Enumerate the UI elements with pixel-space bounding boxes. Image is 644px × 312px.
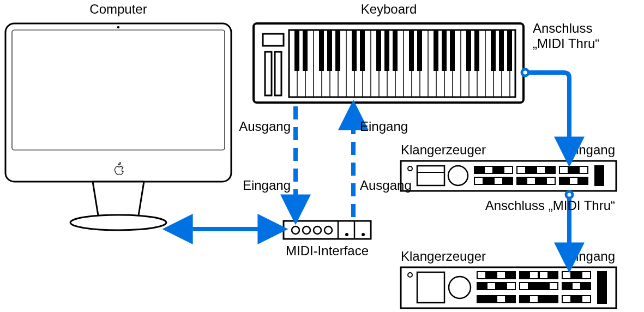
svg-rect-100: [537, 177, 545, 184]
svg-rect-54: [499, 30, 504, 71]
svg-rect-0: [5, 23, 231, 182]
svg-rect-144: [549, 272, 558, 279]
svg-rect-126: [549, 283, 558, 290]
svg-rect-149: [539, 283, 548, 290]
svg-rect-5: [263, 34, 284, 46]
svg-rect-102: [579, 177, 588, 184]
svg-rect-159: [597, 271, 607, 304]
svg-rect-101: [559, 177, 568, 184]
svg-rect-47: [417, 30, 422, 71]
svg-rect-39: [327, 30, 332, 71]
svg-rect-123: [520, 283, 528, 290]
svg-rect-146: [477, 283, 486, 290]
svg-rect-37: [303, 30, 308, 71]
svg-rect-147: [497, 283, 505, 290]
midi-thru-1-label-line1: Anschluss „MIDI Thru“: [533, 21, 599, 51]
connection-keyboard-thru-module1: [523, 73, 569, 155]
svg-rect-49: [442, 30, 447, 71]
svg-rect-7: [275, 52, 281, 95]
svg-rect-71: [484, 166, 493, 173]
svg-rect-42: [360, 30, 365, 71]
svg-rect-114: [539, 272, 548, 279]
svg-rect-96: [569, 166, 578, 173]
keyboard-label: Keyboard: [361, 2, 417, 16]
sound-module-1-input-label: Eingang: [567, 142, 615, 157]
svg-rect-51: [466, 30, 471, 71]
svg-point-3: [70, 215, 166, 230]
svg-rect-88: [546, 177, 555, 184]
keyboard-device: [254, 23, 523, 103]
svg-rect-41: [352, 30, 357, 71]
midi-interface-label: MIDI-Interface: [286, 243, 369, 258]
svg-rect-110: [497, 272, 505, 279]
sound-module-1-label: Klangerzeuger: [401, 142, 486, 157]
svg-rect-86: [527, 177, 535, 184]
svg-rect-36: [294, 30, 299, 71]
keyboard-output-label: Ausgang: [239, 119, 291, 134]
sound-module-2-label: Klangerzeuger: [401, 249, 486, 263]
svg-rect-138: [562, 296, 571, 303]
svg-rect-74: [517, 166, 526, 173]
svg-rect-38: [319, 30, 324, 71]
svg-rect-46: [409, 30, 414, 71]
svg-rect-155: [520, 296, 528, 303]
svg-point-2: [117, 26, 119, 28]
svg-rect-141: [487, 272, 496, 279]
keyboard-input-label: Eingang: [360, 119, 408, 134]
svg-rect-157: [549, 296, 558, 303]
svg-rect-44: [384, 30, 389, 71]
svg-rect-135: [529, 296, 538, 303]
svg-point-160: [522, 69, 528, 76]
svg-rect-128: [572, 283, 581, 290]
svg-rect-120: [487, 283, 496, 290]
svg-rect-142: [507, 272, 515, 279]
svg-rect-132: [497, 296, 505, 303]
svg-point-161: [566, 191, 573, 198]
svg-rect-152: [477, 296, 486, 303]
svg-point-64: [362, 233, 365, 236]
svg-rect-122: [507, 283, 515, 290]
svg-rect-80: [579, 166, 588, 173]
svg-rect-67: [417, 166, 444, 185]
svg-rect-76: [537, 166, 545, 173]
sound-module-1: [401, 161, 616, 191]
svg-rect-40: [335, 30, 340, 71]
svg-rect-56: [284, 221, 371, 239]
svg-rect-55: [507, 30, 512, 71]
computer-label: Computer: [89, 2, 147, 16]
svg-rect-93: [494, 166, 503, 173]
svg-rect-83: [494, 177, 503, 184]
svg-rect-48: [434, 30, 438, 71]
sound-module-2: [401, 267, 616, 308]
svg-rect-98: [504, 177, 513, 184]
svg-rect-43: [376, 30, 381, 71]
svg-rect-90: [569, 177, 578, 184]
svg-rect-158: [572, 296, 581, 303]
svg-rect-156: [539, 296, 548, 303]
svg-rect-118: [582, 272, 591, 279]
midi-interface-device: [284, 221, 371, 239]
svg-rect-113: [529, 272, 538, 279]
svg-rect-45: [393, 30, 398, 71]
svg-rect-153: [487, 296, 496, 303]
svg-rect-150: [562, 283, 571, 290]
sound-module-2-input-label: Eingang: [567, 249, 615, 263]
svg-rect-73: [504, 166, 513, 173]
svg-rect-50: [450, 30, 455, 71]
svg-rect-99: [517, 177, 526, 184]
svg-rect-116: [562, 272, 571, 279]
midi-output-label: Ausgang: [360, 178, 412, 193]
svg-rect-108: [477, 272, 486, 279]
svg-rect-140: [582, 296, 591, 303]
midi-thru-2-label: Anschluss „MIDI Thru“: [485, 198, 615, 213]
svg-rect-95: [546, 166, 555, 173]
computer-device: [5, 23, 231, 230]
svg-rect-78: [559, 166, 568, 173]
svg-rect-143: [520, 272, 528, 279]
svg-rect-81: [474, 177, 483, 184]
svg-rect-52: [474, 30, 479, 71]
svg-point-63: [345, 233, 348, 236]
svg-rect-106: [417, 272, 444, 303]
svg-rect-94: [527, 166, 535, 173]
svg-rect-6: [265, 52, 272, 95]
